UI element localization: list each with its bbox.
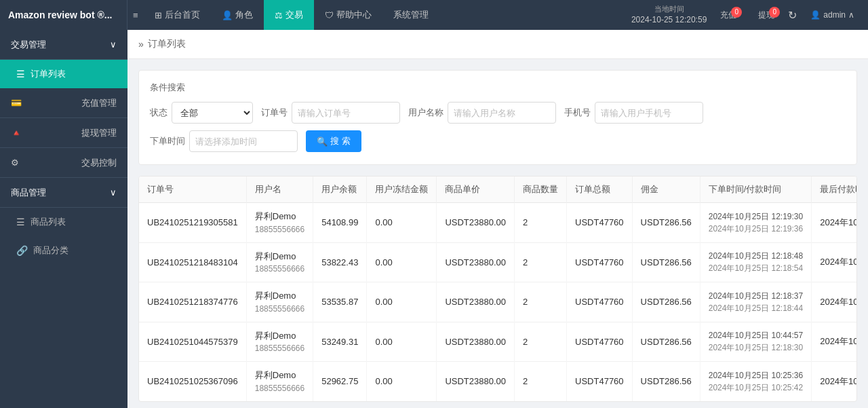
sidebar-item-order-list[interactable]: ☰ 订单列表	[0, 60, 127, 88]
nav-help-label: 帮助中心	[336, 9, 372, 21]
cell-last-pay: 2024年10月25	[812, 362, 856, 401]
nav-system-label: 系统管理	[393, 9, 429, 21]
order-table: 订单号 用户名 用户余额 用户冻结金额 商品单价 商品数量 订单总额 佣金 下单…	[139, 177, 856, 401]
sidebar-group-recharge-label: 充值管理	[81, 97, 117, 109]
table-row: UB2410251219305581 昇利Demo 18855556666 54…	[139, 203, 856, 243]
cell-commission: USDT286.56	[632, 203, 700, 243]
sidebar-item-product-category[interactable]: 🔗 商品分类	[0, 236, 127, 265]
breadcrumb-current: 订单列表	[148, 38, 186, 50]
search-row-2: 下单时间 🔍 搜 索	[150, 130, 846, 152]
col-balance: 用户余额	[313, 177, 367, 203]
withdraw-badge: 0	[769, 7, 780, 18]
recharge-mgmt-icon: 💳	[11, 98, 22, 108]
date-label: 下单时间	[150, 135, 185, 147]
time-block: 当地时间 2024-10-25 12:20:59	[631, 4, 707, 26]
cell-commission: USDT286.56	[632, 362, 700, 401]
cell-user: 昇利Demo 18855556666	[246, 322, 313, 362]
brand-title: Amazon review bot ®...	[8, 10, 112, 20]
sidebar-group-recharge-header[interactable]: 💳 充值管理	[0, 88, 127, 118]
menu-icon: ≡	[133, 10, 138, 20]
cell-frozen: 0.00	[367, 322, 437, 362]
sidebar-group-trade-ctrl-header[interactable]: ⚙ 交易控制	[0, 148, 127, 178]
username-input[interactable]	[448, 102, 556, 124]
breadcrumb-sep: »	[138, 39, 144, 50]
main-layout: 交易管理 ∨ ☰ 订单列表 💳 充值管理 🔺 提现管理 ⚙	[0, 30, 868, 408]
sidebar-group-recharge: 💳 充值管理	[0, 88, 127, 118]
sidebar-group-trade-header[interactable]: 交易管理 ∨	[0, 30, 127, 60]
col-quantity: 商品数量	[515, 177, 567, 203]
content-area: 条件搜索 状态 全部 待付款 已付款 已完成 已取消 订单号	[127, 59, 868, 408]
cell-order-no: UB2410251218374776	[139, 282, 246, 322]
nav-item-trade[interactable]: ⚖ 交易	[264, 0, 314, 30]
sidebar-group-withdraw-header[interactable]: 🔺 提现管理	[0, 118, 127, 148]
cell-total: USDT47760	[567, 203, 633, 243]
sidebar-group-withdraw-label: 提现管理	[81, 127, 117, 139]
search-field-phone: 手机号	[564, 102, 703, 124]
sidebar-item-product-list[interactable]: ☰ 商品列表	[0, 208, 127, 236]
help-icon: 🛡	[325, 10, 334, 20]
status-select[interactable]: 全部 待付款 已付款 已完成 已取消	[172, 102, 253, 124]
table-row: UB2410251044575379 昇利Demo 18855556666 53…	[139, 322, 856, 362]
cell-total: USDT47760	[567, 362, 633, 401]
top-nav: Amazon review bot ®... ≡ ⊞ 后台首页 👤 角色 ⚖ 交…	[0, 0, 868, 30]
nav-item-role[interactable]: 👤 角色	[211, 0, 264, 30]
nav-menu: ⊞ 后台首页 👤 角色 ⚖ 交易 🛡 帮助中心 系统管理	[144, 0, 623, 30]
order-no-input[interactable]	[292, 102, 400, 124]
search-button[interactable]: 🔍 搜 索	[306, 130, 361, 152]
col-time: 下单时间/付款时间	[700, 177, 811, 203]
cell-balance: 53822.43	[313, 242, 367, 282]
cell-commission: USDT286.56	[632, 242, 700, 282]
cell-unit-price: USDT23880.00	[437, 282, 515, 322]
admin-btn[interactable]: 👤 admin ∧	[805, 10, 860, 20]
date-input[interactable]	[189, 130, 298, 152]
time-value: 2024-10-25 12:20:59	[631, 14, 707, 26]
phone-input[interactable]	[595, 102, 703, 124]
nav-item-home[interactable]: ⊞ 后台首页	[144, 0, 211, 30]
admin-user-icon: 👤	[810, 10, 821, 20]
table-header: 订单号 用户名 用户余额 用户冻结金额 商品单价 商品数量 订单总额 佣金 下单…	[139, 177, 856, 203]
sidebar-item-product-list-label: 商品列表	[31, 216, 66, 228]
cell-time: 2024年10月25日 12:19:30 2024年10月25日 12:19:3…	[700, 203, 811, 243]
sidebar: 交易管理 ∨ ☰ 订单列表 💳 充值管理 🔺 提现管理 ⚙	[0, 30, 127, 408]
sidebar-group-trade-ctrl: ⚙ 交易控制	[0, 148, 127, 178]
search-btn-label: 搜 索	[330, 135, 351, 147]
sidebar-group-product: 商品管理 ∨ ☰ 商品列表 🔗 商品分类	[0, 178, 127, 265]
nav-item-help[interactable]: 🛡 帮助中心	[314, 0, 382, 30]
recharge-btn[interactable]: 充值 0	[715, 10, 742, 21]
cell-commission: USDT286.56	[632, 322, 700, 362]
withdraw-btn[interactable]: 提现 0	[753, 10, 780, 21]
menu-toggle-btn[interactable]: ≡	[127, 0, 144, 30]
sidebar-item-order-list-label: 订单列表	[31, 68, 66, 80]
table-scroll[interactable]: 订单号 用户名 用户余额 用户冻结金额 商品单价 商品数量 订单总额 佣金 下单…	[139, 177, 856, 401]
refresh-btn[interactable]: ↻	[783, 9, 802, 22]
nav-role-label: 角色	[235, 9, 253, 21]
table-row: UB2410251025367096 昇利Demo 18855556666 52…	[139, 362, 856, 401]
cell-balance: 54108.99	[313, 203, 367, 243]
sidebar-group-trade-label: 交易管理	[11, 39, 46, 51]
cell-last-pay: 2024年10月25	[812, 282, 856, 322]
cell-balance: 52962.75	[313, 362, 367, 401]
cell-total: USDT47760	[567, 322, 633, 362]
cell-total: USDT47760	[567, 282, 633, 322]
product-list-icon: ☰	[16, 217, 25, 227]
cell-order-no: UB2410251044575379	[139, 322, 246, 362]
home-icon: ⊞	[155, 10, 162, 20]
cell-quantity: 2	[515, 322, 567, 362]
col-total: 订单总额	[567, 177, 633, 203]
main-content: » 订单列表 条件搜索 状态 全部 待付款 已付款 已完成 已取消	[127, 30, 868, 408]
cell-unit-price: USDT23880.00	[437, 242, 515, 282]
col-order-no: 订单号	[139, 177, 246, 203]
nav-item-system[interactable]: 系统管理	[382, 0, 439, 30]
nav-home-label: 后台首页	[165, 9, 200, 21]
sidebar-group-product-chevron: ∨	[110, 187, 117, 198]
cell-time: 2024年10月25日 12:18:37 2024年10月25日 12:18:4…	[700, 282, 811, 322]
search-icon: 🔍	[317, 136, 328, 147]
cell-order-no: UB2410251219305581	[139, 203, 246, 243]
cell-time: 2024年10月25日 10:44:57 2024年10月25日 12:18:3…	[700, 322, 811, 362]
status-label: 状态	[150, 107, 167, 119]
sidebar-group-product-header[interactable]: 商品管理 ∨	[0, 178, 127, 208]
product-category-icon: 🔗	[16, 245, 28, 256]
cell-commission: USDT286.56	[632, 282, 700, 322]
cell-time: 2024年10月25日 10:25:36 2024年10月25日 10:25:4…	[700, 362, 811, 401]
col-commission: 佣金	[632, 177, 700, 203]
